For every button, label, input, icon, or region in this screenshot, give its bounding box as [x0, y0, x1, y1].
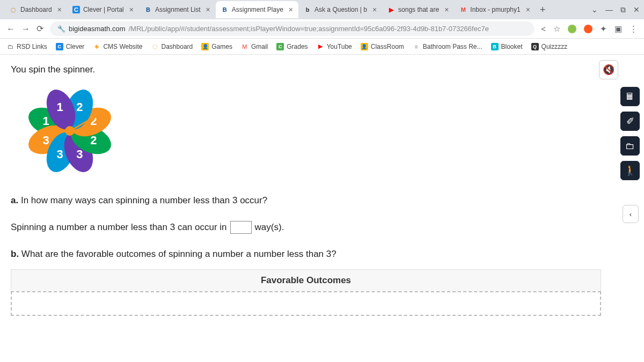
- bookmark-item[interactable]: ◌Dashboard: [151, 43, 193, 50]
- bookmark-label: CMS Website: [103, 43, 142, 50]
- browser-tab[interactable]: ▶songs that are×: [382, 1, 454, 18]
- minimize-icon[interactable]: —: [605, 5, 613, 14]
- close-tab-icon[interactable]: ×: [57, 5, 62, 14]
- petal-number: 3: [43, 134, 49, 147]
- close-tab-icon[interactable]: ×: [289, 5, 293, 14]
- bookmark-favicon-icon: ▶: [317, 43, 324, 50]
- close-tab-icon[interactable]: ×: [526, 5, 530, 14]
- browser-tab[interactable]: bAsk a Question | b×: [298, 1, 382, 18]
- bookmark-favicon-icon: Q: [531, 43, 539, 50]
- bookmark-item[interactable]: MGmail: [241, 43, 268, 50]
- petal-number: 2: [90, 134, 97, 147]
- tab-favicon-icon: B: [221, 6, 229, 13]
- bookmark-label: Dashboard: [162, 43, 193, 50]
- bookmark-item[interactable]: BBlooket: [491, 43, 523, 50]
- assignment-toolbar: 🔇 🖩 ✐ 🗀 🚶: [620, 60, 640, 180]
- spinner-graphic: 13332221: [21, 83, 118, 179]
- bookmark-favicon-icon: C: [56, 43, 63, 50]
- favorable-outcomes-header: Favorable Outcomes: [11, 269, 601, 291]
- extensions-puzzle-icon[interactable]: ✦: [600, 24, 607, 34]
- extension-icon[interactable]: [568, 25, 576, 33]
- accessibility-button[interactable]: 🚶: [620, 161, 640, 180]
- answer-prefix: Spinning a number a number less than 3 c…: [11, 222, 227, 233]
- question-a: a. In how many ways can spinning a numbe…: [11, 195, 633, 206]
- bookmark-item[interactable]: ▶YouTube: [317, 43, 352, 50]
- question-a-text: In how many ways can spinning a number l…: [21, 195, 267, 205]
- window-controls: ⌄ — ⧉ ✕: [591, 5, 640, 14]
- restore-icon[interactable]: ⧉: [620, 5, 626, 14]
- bookmark-label: Games: [211, 43, 232, 50]
- tab-title: songs that are: [398, 6, 439, 13]
- side-panel-icon[interactable]: ▣: [614, 24, 622, 34]
- bookmark-item[interactable]: CGrades: [276, 43, 308, 50]
- bookmark-item[interactable]: CClever: [56, 43, 85, 50]
- browser-tab[interactable]: ◌Dashboard×: [4, 1, 67, 18]
- bookmarks-bar: 🗀RSD LinksCClever◈CMS Website◌Dashboard👤…: [0, 39, 644, 55]
- bookmark-label: Bathroom Pass Re...: [423, 43, 482, 50]
- address-bar: ← → ⟳ 🔧 bigideasmath.com/MRL/public/app/…: [0, 19, 644, 39]
- bookmark-favicon-icon: ≡: [413, 43, 420, 50]
- browser-tab[interactable]: BAssignment Playe×: [216, 1, 298, 18]
- new-tab-button[interactable]: +: [540, 4, 546, 16]
- close-tab-icon[interactable]: ×: [372, 5, 377, 14]
- petal-number: 1: [57, 100, 63, 114]
- bookmark-item[interactable]: QQuizzzzz: [531, 43, 568, 50]
- back-icon[interactable]: ←: [6, 24, 15, 34]
- problem-intro: You spin the spinner.: [11, 64, 633, 75]
- bookmark-favicon-icon: ◈: [93, 43, 100, 50]
- notes-button[interactable]: 🗀: [620, 136, 640, 156]
- tab-favicon-icon: ▶: [387, 6, 395, 13]
- close-tab-icon[interactable]: ×: [206, 5, 210, 14]
- question-b: b. What are the favorable outcomes of sp…: [11, 249, 633, 260]
- calculator-button[interactable]: 🖩: [620, 87, 640, 106]
- favorable-outcomes-dropzone[interactable]: [11, 291, 601, 316]
- bookmark-favicon-icon: 👤: [361, 43, 368, 50]
- audio-off-button[interactable]: 🔇: [599, 60, 618, 79]
- url-host: bigideasmath.com: [69, 25, 126, 33]
- close-tab-icon[interactable]: ×: [129, 5, 134, 14]
- bookmark-label: YouTube: [327, 43, 352, 50]
- petal-number: 3: [57, 147, 63, 161]
- tab-favicon-icon: b: [304, 6, 311, 13]
- question-b-text: What are the favorable outcomes of spinn…: [21, 249, 336, 259]
- bookmark-item[interactable]: 🗀RSD Links: [6, 43, 47, 50]
- answer-suffix: way(s).: [255, 222, 284, 233]
- chevron-left-icon: ‹: [630, 210, 632, 218]
- bookmark-item[interactable]: 👤Games: [201, 43, 232, 50]
- url-input[interactable]: 🔧 bigideasmath.com/MRL/public/app/#/stud…: [50, 21, 535, 36]
- kebab-menu-icon[interactable]: ⋮: [630, 24, 638, 34]
- answer-blank-input[interactable]: [230, 221, 252, 234]
- forward-icon[interactable]: →: [21, 24, 30, 34]
- browser-tab[interactable]: CClever | Portal×: [67, 1, 139, 18]
- bookmark-item[interactable]: ≡Bathroom Pass Re...: [413, 43, 482, 50]
- extension-icon[interactable]: [584, 25, 592, 33]
- spinner-center-icon: [65, 126, 75, 136]
- url-path: /MRL/public/app/#/student/assessment;isP…: [129, 25, 489, 33]
- bookmark-item[interactable]: ◈CMS Website: [93, 43, 142, 50]
- expand-panel-button[interactable]: ‹: [623, 205, 639, 223]
- tab-favicon-icon: M: [459, 6, 467, 13]
- share-icon[interactable]: <: [541, 24, 546, 33]
- bookmark-favicon-icon: 👤: [201, 43, 209, 50]
- tabs-container: ◌Dashboard×CClever | Portal×BAssignment …: [4, 1, 536, 18]
- chevron-down-icon[interactable]: ⌄: [591, 5, 598, 14]
- tab-title: Dashboard: [20, 6, 52, 13]
- bookmark-item[interactable]: 👤ClassRoom: [361, 43, 404, 50]
- scratchpad-button[interactable]: ✐: [620, 112, 640, 131]
- bookmark-star-icon[interactable]: ☆: [553, 24, 560, 34]
- tab-title: Assignment List: [155, 6, 201, 13]
- close-window-icon[interactable]: ✕: [633, 5, 640, 14]
- bookmark-label: ClassRoom: [371, 43, 404, 50]
- bookmark-favicon-icon: B: [491, 43, 499, 50]
- assignment-content: You spin the spinner. 13332221 a. In how…: [0, 55, 644, 362]
- tab-title: Inbox - pmurphy1: [470, 6, 520, 13]
- bookmark-label: Grades: [287, 43, 308, 50]
- petal-number: 2: [76, 100, 83, 114]
- bookmark-label: Quizzzzz: [541, 43, 568, 50]
- browser-tab[interactable]: MInbox - pmurphy1×: [454, 1, 536, 18]
- reload-icon[interactable]: ⟳: [36, 24, 43, 34]
- site-settings-icon[interactable]: 🔧: [57, 25, 65, 33]
- browser-tab[interactable]: BAssignment List×: [139, 1, 216, 18]
- close-tab-icon[interactable]: ×: [444, 5, 449, 14]
- tab-title: Clever | Portal: [83, 6, 124, 13]
